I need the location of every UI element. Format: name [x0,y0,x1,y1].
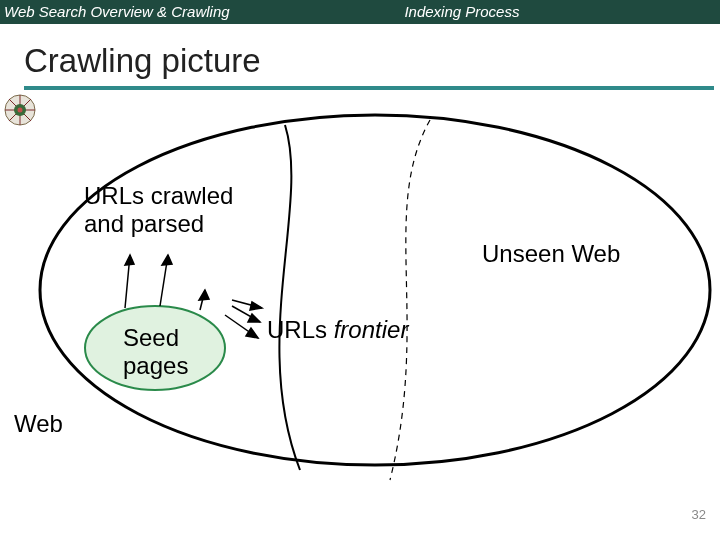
label-frontier-italic: frontier [334,316,409,343]
label-web: Web [14,410,63,438]
spider-icon [0,90,40,130]
frontier-arrows [225,300,262,338]
title-block: Crawling picture [0,24,720,90]
page-title: Crawling picture [24,42,720,80]
svg-point-18 [18,108,23,113]
crawled-divider [279,125,300,470]
label-frontier-prefix: URLs [267,316,334,343]
svg-marker-11 [250,302,262,310]
diagram-svg [0,90,720,530]
header-bar: Web Search Overview & Crawling Indexing … [0,0,720,24]
svg-marker-1 [125,255,134,265]
diagram-stage: URLs crawled and parsed Unseen Web Seed … [0,90,720,530]
label-frontier: URLs frontier [267,316,408,344]
web-ellipse [40,115,710,465]
svg-marker-7 [246,328,258,338]
svg-marker-3 [162,255,172,265]
label-unseen: Unseen Web [482,240,620,268]
frontier-divider [390,120,430,480]
svg-marker-9 [248,314,260,322]
label-seed: Seed pages [123,324,188,379]
page-number: 32 [692,507,706,522]
svg-marker-5 [199,290,209,300]
label-crawled: URLs crawled and parsed [84,182,233,237]
header-right: Indexing Process [374,0,720,24]
header-left: Web Search Overview & Crawling [0,0,374,24]
seed-arrows [125,255,209,310]
